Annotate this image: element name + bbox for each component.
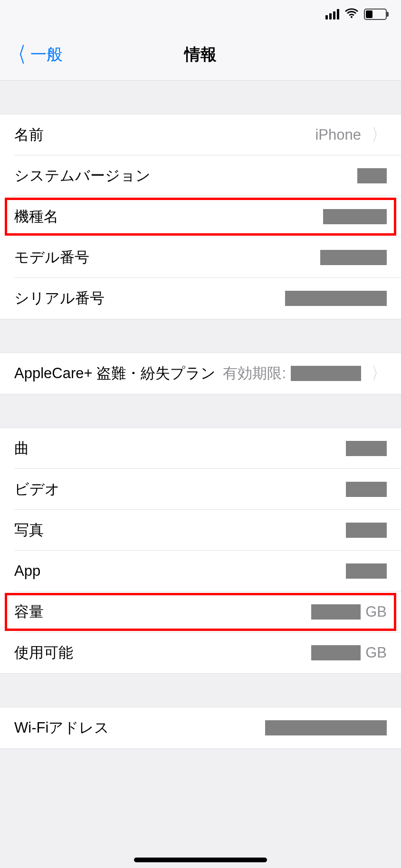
chevron-right-icon: 〉	[372, 362, 384, 385]
chevron-right-icon: 〉	[372, 124, 384, 147]
row-model-number[interactable]: モデル番号	[0, 237, 401, 278]
row-apps: App	[0, 551, 401, 591]
redacted-value	[320, 250, 387, 265]
applecare-sublabel: 有効期限:	[223, 363, 286, 383]
label-apps: App	[14, 563, 40, 580]
row-wifi-address: Wi-Fiアドレス	[0, 707, 401, 748]
label-name: 名前	[14, 125, 44, 145]
label-model-name: 機種名	[14, 207, 58, 227]
label-songs: 曲	[14, 439, 29, 458]
chevron-left-icon: 〈	[11, 44, 26, 65]
page-title: 情報	[184, 44, 217, 66]
row-videos: ビデオ	[0, 469, 401, 510]
row-songs: 曲	[0, 428, 401, 469]
available-unit: GB	[365, 644, 387, 661]
label-videos: ビデオ	[14, 479, 60, 499]
row-serial-number: シリアル番号	[0, 278, 401, 319]
applecare-group: AppleCare+ 盗難・紛失プラン 有効期限: 〉	[0, 353, 401, 394]
redacted-value	[265, 720, 387, 735]
status-bar	[0, 0, 401, 29]
capacity-unit: GB	[365, 603, 387, 620]
content-storage-group: 曲 ビデオ 写真 App 容量 GB 使用可能 GB	[0, 428, 401, 674]
row-model-name: 機種名	[0, 196, 401, 237]
label-system-version: システムバージョン	[14, 166, 151, 186]
redacted-value	[346, 523, 387, 538]
label-capacity: 容量	[14, 602, 44, 622]
home-indicator[interactable]	[134, 858, 267, 862]
label-applecare: AppleCare+ 盗難・紛失プラン	[14, 363, 216, 383]
row-system-version: システムバージョン	[0, 155, 401, 196]
row-capacity: 容量 GB	[0, 591, 401, 632]
label-photos: 写真	[14, 520, 44, 540]
battery-icon	[364, 9, 387, 20]
row-photos: 写真	[0, 510, 401, 551]
label-available: 使用可能	[14, 643, 73, 663]
redacted-value	[346, 563, 387, 579]
back-label: 一般	[30, 44, 63, 66]
redacted-value	[346, 441, 387, 456]
redacted-value	[285, 291, 387, 306]
label-serial-number: シリアル番号	[14, 288, 105, 308]
redacted-value	[357, 168, 387, 183]
label-wifi-address: Wi-Fiアドレス	[14, 718, 109, 738]
redacted-value	[346, 482, 387, 497]
row-name[interactable]: 名前 iPhone 〉	[0, 114, 401, 155]
back-button[interactable]: 〈 一般	[8, 44, 63, 66]
wifi-icon	[345, 8, 358, 20]
redacted-value	[311, 645, 361, 660]
cellular-signal-icon	[325, 9, 339, 19]
redacted-value	[311, 604, 361, 620]
value-name: iPhone	[315, 126, 361, 143]
row-applecare[interactable]: AppleCare+ 盗難・紛失プラン 有効期限: 〉	[0, 353, 401, 394]
redacted-value	[291, 366, 361, 381]
redacted-value	[323, 209, 387, 224]
row-available: 使用可能 GB	[0, 632, 401, 673]
label-model-number: モデル番号	[14, 248, 89, 267]
navigation-header: 〈 一般 情報	[0, 29, 401, 81]
network-group: Wi-Fiアドレス	[0, 707, 401, 749]
device-info-group: 名前 iPhone 〉 システムバージョン 機種名 モデル番号 シリアル番号	[0, 114, 401, 319]
